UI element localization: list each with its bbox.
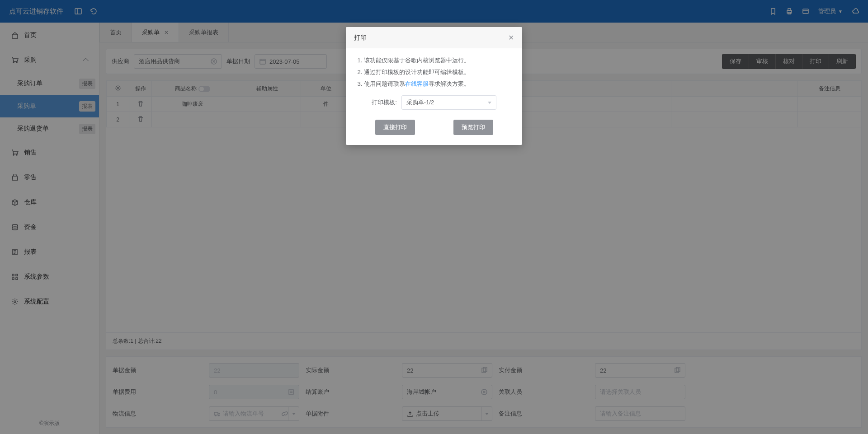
support-link[interactable]: 在线客服 [405,80,429,87]
template-select[interactable]: 采购单-1/2 [401,95,496,110]
dialog-notes: 该功能仅限基于谷歌内核浏览器中运行。通过打印模板的设计功能即可编辑模板。使用问题… [356,55,512,90]
dialog-title: 打印 [354,34,367,42]
dialog-note: 该功能仅限基于谷歌内核浏览器中运行。 [364,55,512,66]
print-dialog: 打印 ✕ 该功能仅限基于谷歌内核浏览器中运行。通过打印模板的设计功能即可编辑模板… [346,27,522,145]
dialog-note: 使用问题请联系在线客服寻求解决方案。 [364,78,512,90]
direct-print-button[interactable]: 直接打印 [375,120,415,135]
template-label: 打印模板: [372,98,397,107]
dialog-close-button[interactable]: ✕ [508,33,514,42]
dialog-note: 通过打印模板的设计功能即可编辑模板。 [364,66,512,78]
preview-print-button[interactable]: 预览打印 [453,120,493,135]
